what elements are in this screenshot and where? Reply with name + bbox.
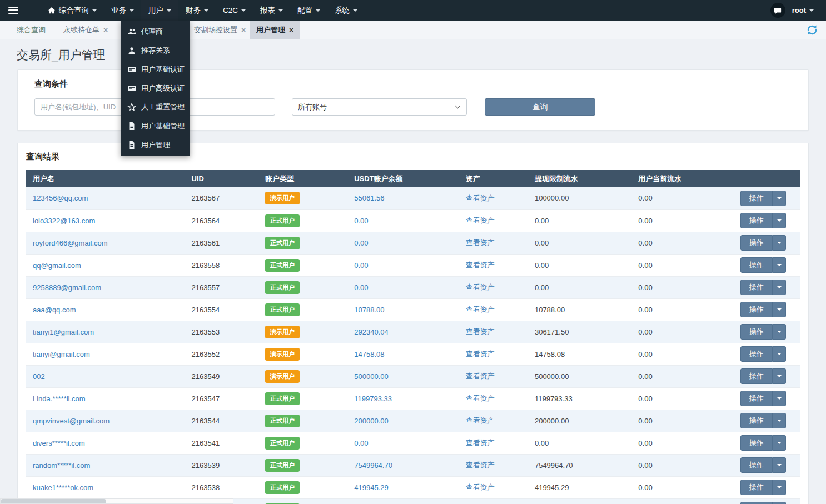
usdt-balance-link[interactable]: 0.00 <box>354 239 368 247</box>
tab-close-icon[interactable]: × <box>241 26 246 34</box>
nav-item-business[interactable]: 业务 <box>104 0 141 21</box>
username-link[interactable]: 9258889@gmail.com <box>33 283 101 292</box>
action-button[interactable]: 操作 <box>740 213 773 228</box>
action-dropdown-button[interactable] <box>773 480 786 495</box>
dropdown-item-user-management[interactable]: 用户管理 <box>121 136 190 154</box>
tab-delivery-control-settings[interactable]: 交割场控设置 × <box>187 21 252 39</box>
action-dropdown-button[interactable] <box>773 368 786 384</box>
usdt-balance-link[interactable]: 0.00 <box>354 217 368 225</box>
action-dropdown-button[interactable] <box>773 257 786 273</box>
username-link[interactable]: qq@gmail.com <box>33 261 81 270</box>
username-link[interactable]: Linda.*****il.com <box>33 395 86 403</box>
usdt-balance-link[interactable]: 0.00 <box>354 283 368 292</box>
horizontal-scrollbar[interactable] <box>0 498 233 504</box>
nav-item-config[interactable]: 配置 <box>290 0 327 21</box>
action-dropdown-button[interactable] <box>773 324 786 340</box>
usdt-balance-link[interactable]: 292340.04 <box>354 328 388 336</box>
menu-toggle-button[interactable] <box>0 0 26 21</box>
tab-overview[interactable]: 综合查询 <box>10 21 52 39</box>
view-assets-link[interactable]: 查看资产 <box>466 238 495 247</box>
view-assets-link[interactable]: 查看资产 <box>466 261 495 269</box>
nav-item-reports[interactable]: 报表 <box>253 0 290 21</box>
usdt-balance-link[interactable]: 0.00 <box>354 439 368 447</box>
action-dropdown-button[interactable] <box>773 235 786 251</box>
username-link[interactable]: 002 <box>33 372 45 381</box>
tab-perpetual-positions[interactable]: 永续持仓单 × <box>57 21 115 39</box>
dropdown-item-user-basic-kyc[interactable]: 用户基础认证 <box>121 60 190 79</box>
refresh-button[interactable] <box>805 23 819 37</box>
action-button[interactable]: 操作 <box>740 502 773 504</box>
action-dropdown-button[interactable] <box>773 391 786 406</box>
search-button[interactable]: 查询 <box>485 98 595 116</box>
nav-item-overview[interactable]: 综合查询 <box>41 0 104 21</box>
action-dropdown-button[interactable] <box>773 413 786 428</box>
nav-item-system[interactable]: 系统 <box>327 0 365 21</box>
action-dropdown-button[interactable] <box>773 280 786 295</box>
username-link[interactable]: kuake1*****ok.com <box>33 483 93 492</box>
action-button[interactable]: 操作 <box>740 368 773 384</box>
username-link[interactable]: random*****il.com <box>33 461 90 470</box>
action-button[interactable]: 操作 <box>740 191 773 206</box>
dropdown-item-agents[interactable]: 代理商 <box>121 22 190 41</box>
action-dropdown-button[interactable] <box>773 302 786 317</box>
action-dropdown-button[interactable] <box>773 213 786 228</box>
usdt-balance-link[interactable]: 14758.08 <box>354 350 384 358</box>
nav-item-c2c[interactable]: C2C <box>216 0 253 21</box>
view-assets-link[interactable]: 查看资产 <box>466 461 495 469</box>
user-menu[interactable]: root <box>792 6 814 14</box>
horizontal-scrollbar-thumb[interactable] <box>1 499 106 503</box>
action-button[interactable]: 操作 <box>740 346 773 362</box>
action-dropdown-button[interactable] <box>773 435 786 451</box>
username-link[interactable]: aaa@qq.com <box>33 306 76 314</box>
view-assets-link[interactable]: 查看资产 <box>466 194 495 202</box>
username-link[interactable]: royford466@gmail.com <box>33 239 108 247</box>
view-assets-link[interactable]: 查看资产 <box>466 305 495 313</box>
view-assets-link[interactable]: 查看资产 <box>466 438 495 447</box>
action-dropdown-button[interactable] <box>773 346 786 362</box>
tab-close-icon[interactable]: × <box>289 26 293 34</box>
action-button[interactable]: 操作 <box>740 302 773 317</box>
tab-user-management[interactable]: 用户管理 × <box>250 21 300 39</box>
usdt-balance-link[interactable]: 10788.00 <box>354 306 384 314</box>
action-button[interactable]: 操作 <box>740 391 773 406</box>
action-button[interactable]: 操作 <box>740 257 773 273</box>
view-assets-link[interactable]: 查看资产 <box>466 372 495 380</box>
usdt-balance-link[interactable]: 419945.29 <box>354 483 388 492</box>
action-dropdown-button[interactable] <box>773 502 786 504</box>
dropdown-item-manual-reset[interactable]: 人工重置管理 <box>121 98 190 117</box>
action-dropdown-button[interactable] <box>773 457 786 473</box>
username-link[interactable]: divers*****il.com <box>33 439 85 447</box>
nav-item-finance[interactable]: 财务 <box>178 0 216 21</box>
dropdown-item-referral-relations[interactable]: 推荐关系 <box>121 41 190 60</box>
dropdown-item-user-basic-management[interactable]: 用户基础管理 <box>121 117 190 136</box>
usdt-balance-link[interactable]: 55061.56 <box>354 194 384 202</box>
usdt-balance-link[interactable]: 7549964.70 <box>354 461 392 470</box>
view-assets-link[interactable]: 查看资产 <box>466 216 495 224</box>
action-button[interactable]: 操作 <box>740 235 773 251</box>
action-dropdown-button[interactable] <box>773 191 786 206</box>
action-button[interactable]: 操作 <box>740 457 773 473</box>
username-link[interactable]: tianyi1@gmail.com <box>33 328 94 336</box>
action-button[interactable]: 操作 <box>740 413 773 428</box>
messages-button[interactable] <box>770 3 785 18</box>
dropdown-item-user-advanced-kyc[interactable]: 用户高级认证 <box>121 79 190 98</box>
view-assets-link[interactable]: 查看资产 <box>466 394 495 402</box>
action-button[interactable]: 操作 <box>740 480 773 495</box>
username-link[interactable]: ioio3322@163.com <box>33 217 95 225</box>
action-button[interactable]: 操作 <box>740 435 773 451</box>
view-assets-link[interactable]: 查看资产 <box>466 483 495 491</box>
usdt-balance-link[interactable]: 1199793.33 <box>354 395 392 403</box>
view-assets-link[interactable]: 查看资产 <box>466 350 495 358</box>
usdt-balance-link[interactable]: 0.00 <box>354 261 368 270</box>
view-assets-link[interactable]: 查看资产 <box>466 327 495 336</box>
username-link[interactable]: tianyi@gmail.com <box>33 350 90 358</box>
username-link[interactable]: 123456@qq.com <box>33 194 88 202</box>
tab-close-icon[interactable]: × <box>103 26 108 34</box>
usdt-balance-link[interactable]: 200000.00 <box>354 417 388 425</box>
action-button[interactable]: 操作 <box>740 324 773 340</box>
username-link[interactable]: qmpvinvest@gmail.com <box>33 417 110 425</box>
account-type-select[interactable]: 所有账号 <box>292 98 467 116</box>
nav-item-user[interactable]: 用户 <box>141 0 178 21</box>
action-button[interactable]: 操作 <box>740 280 773 295</box>
view-assets-link[interactable]: 查看资产 <box>466 416 495 425</box>
